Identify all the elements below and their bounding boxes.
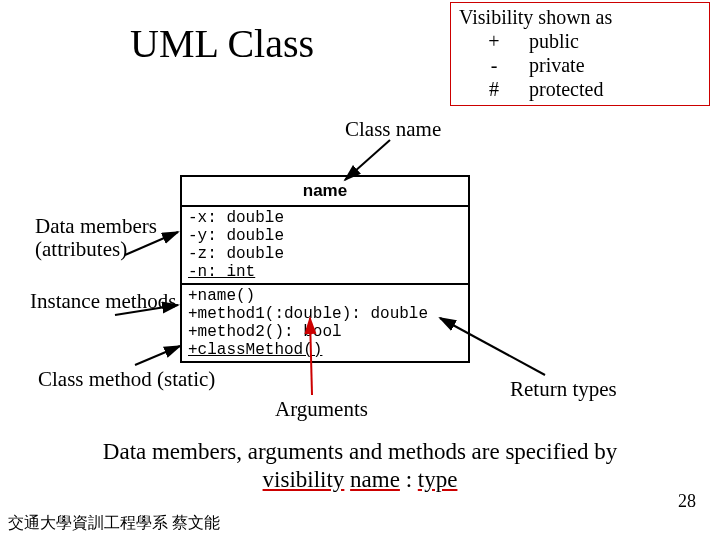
uml-methods-compartment: +name() +method1(:double): double +metho…: [182, 283, 468, 361]
visibility-row: + public: [459, 29, 701, 53]
svg-line-0: [345, 140, 390, 180]
class-name-label: Class name: [345, 118, 441, 141]
specification-note: Data members, arguments and methods are …: [60, 438, 660, 493]
visibility-meaning: public: [529, 29, 701, 53]
visibility-symbol: #: [459, 77, 529, 101]
visibility-row: - private: [459, 53, 701, 77]
data-members-label: Data members (attributes): [35, 215, 157, 261]
instance-methods-label: Instance methods: [30, 290, 176, 313]
class-method-label: Class method (static): [38, 368, 215, 391]
slide-title: UML Class: [130, 20, 314, 67]
uml-attribute: -z: double: [188, 245, 462, 263]
uml-attribute: -x: double: [188, 209, 462, 227]
text-name: name: [350, 467, 400, 492]
uml-method: +method1(:double): double: [188, 305, 462, 323]
uml-class-box: name -x: double -y: double -z: double -n…: [180, 175, 470, 363]
text: Data members, arguments and methods are …: [103, 439, 617, 464]
uml-method-static: +classMethod(): [188, 341, 462, 359]
visibility-legend: Visibility shown as + public - private #…: [450, 2, 710, 106]
text-visibility: visibility: [263, 467, 345, 492]
visibility-row: # protected: [459, 77, 701, 101]
return-types-label: Return types: [510, 378, 617, 401]
visibility-meaning: protected: [529, 77, 701, 101]
slide-footer: 交通大學資訓工程學系 蔡文能: [8, 513, 220, 534]
visibility-heading: Visibility shown as: [459, 5, 701, 29]
visibility-symbol: +: [459, 29, 529, 53]
uml-attributes-compartment: -x: double -y: double -z: double -n: int: [182, 205, 468, 283]
uml-attribute: -y: double: [188, 227, 462, 245]
visibility-meaning: private: [529, 53, 701, 77]
text: :: [406, 467, 418, 492]
arguments-label: Arguments: [275, 398, 368, 421]
text: (attributes): [35, 237, 127, 261]
uml-method: +method2(): bool: [188, 323, 462, 341]
uml-name-compartment: name: [182, 177, 468, 205]
uml-method: +name(): [188, 287, 462, 305]
text-type: type: [418, 467, 458, 492]
text: Data members: [35, 214, 157, 238]
page-number: 28: [678, 491, 696, 512]
svg-line-3: [135, 346, 180, 365]
visibility-symbol: -: [459, 53, 529, 77]
uml-attribute-static: -n: int: [188, 263, 462, 281]
